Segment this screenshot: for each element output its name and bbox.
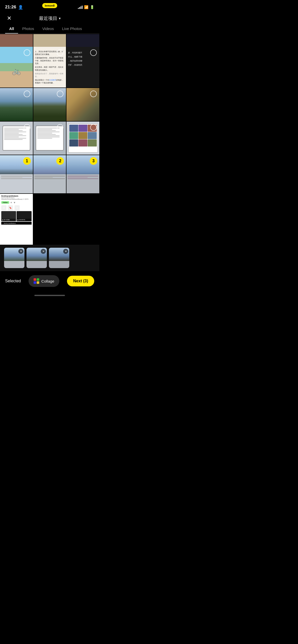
remove-thumb-2[interactable]: ✕ xyxy=(41,249,46,254)
select-circle-4 xyxy=(24,91,30,97)
wifi-icon: 📶 xyxy=(84,5,88,9)
partial-cell-2[interactable] xyxy=(33,34,66,47)
tab-photos[interactable]: Photos xyxy=(18,24,38,33)
close-button[interactable]: ✕ xyxy=(5,14,13,22)
photo-cell-7[interactable] xyxy=(0,122,33,155)
close-icon: ✕ xyxy=(7,15,11,22)
selected-thumb-3[interactable]: ✕ xyxy=(49,248,69,268)
photo-cell-2[interactable]: 人，其实从来都不是在跟别人做，而是跟自己的大脑做。 只要想象得对味，其实你不在乎… xyxy=(33,47,66,87)
photo-cell-12[interactable]: 3 xyxy=(66,155,99,193)
select-circle-7 xyxy=(24,124,30,131)
selected-thumbnails-strip: ✕ ✕ ✕ xyxy=(0,245,99,271)
photo-cell-4[interactable] xyxy=(0,88,33,121)
photo-cell-13[interactable]: Destinycamilledavis destinycamilledavis … xyxy=(0,194,33,245)
header: ✕ 最近项目 ▾ xyxy=(0,13,99,24)
bottom-bar: Selected Collage Next (3) xyxy=(0,271,99,291)
status-icons: 📶 🔋 xyxy=(78,5,94,9)
select-circle-3 xyxy=(90,49,97,56)
tab-bar: All Photos Videos Live Photos xyxy=(0,24,99,34)
tab-live-photos[interactable]: Live Photos xyxy=(58,24,86,33)
collage-icon xyxy=(34,278,39,284)
partial-top-row xyxy=(0,34,99,47)
status-bar: 21:26 👤 lemon8 📶 🔋 xyxy=(0,0,99,13)
partial-cell-1[interactable] xyxy=(0,34,33,47)
select-circle-6 xyxy=(90,91,97,97)
select-badge-1: 1 xyxy=(23,157,31,165)
person-icon: 👤 xyxy=(18,5,23,10)
chevron-down-icon: ▾ xyxy=(59,16,61,20)
next-button[interactable]: Next (3) xyxy=(67,276,94,286)
select-circle-1 xyxy=(24,49,30,56)
select-circle-9 xyxy=(90,124,97,131)
select-circle-13 xyxy=(24,196,30,203)
battery-icon: 🔋 xyxy=(90,5,94,9)
select-badge-3: 3 xyxy=(90,157,97,165)
home-indicator xyxy=(0,291,99,300)
selected-thumb-1[interactable]: ✕ xyxy=(4,248,24,268)
app-logo: lemon8 xyxy=(42,3,57,8)
album-title: 最近项目 xyxy=(39,15,57,21)
photo-cell-5[interactable] xyxy=(33,88,66,121)
collage-button[interactable]: Collage xyxy=(29,275,59,287)
signal-icon xyxy=(78,5,83,9)
header-title[interactable]: 最近项目 ▾ xyxy=(39,15,61,21)
photo-cell-6[interactable] xyxy=(66,88,99,121)
photo-cell-9[interactable] xyxy=(66,122,99,155)
tiktok-handle: destinycamilledavis xyxy=(4,223,16,224)
photo-grid: 🚲 人，其实从来都不是在跟别人做，而是跟自己的大脑做。 只要想象得对味，其实你不… xyxy=(0,47,99,245)
tab-all[interactable]: All xyxy=(5,24,18,33)
photo-cell-1[interactable]: 🚲 xyxy=(0,47,33,87)
tab-videos[interactable]: Videos xyxy=(38,24,58,33)
photo-cell-11[interactable]: 2 xyxy=(33,155,66,193)
social-follow-button[interactable]: Follow xyxy=(1,201,9,204)
status-time: 21:26 xyxy=(5,5,16,10)
collage-label: Collage xyxy=(41,279,54,283)
photo-cell-10[interactable]: 1 xyxy=(0,155,33,193)
photo-cell-8[interactable] xyxy=(33,122,66,155)
selected-thumb-2[interactable]: ✕ xyxy=(26,248,47,268)
photo-cell-3[interactable]: 多，年轻时都不 什么，他裤子都 ，他开始和你聊 空旷，你说吃药 xyxy=(66,47,99,87)
remove-thumb-1[interactable]: ✕ xyxy=(18,249,23,254)
remove-thumb-3[interactable]: ✕ xyxy=(63,249,68,254)
home-bar xyxy=(34,295,65,296)
partial-cell-3[interactable] xyxy=(66,34,99,47)
selected-label: Selected xyxy=(5,279,21,283)
